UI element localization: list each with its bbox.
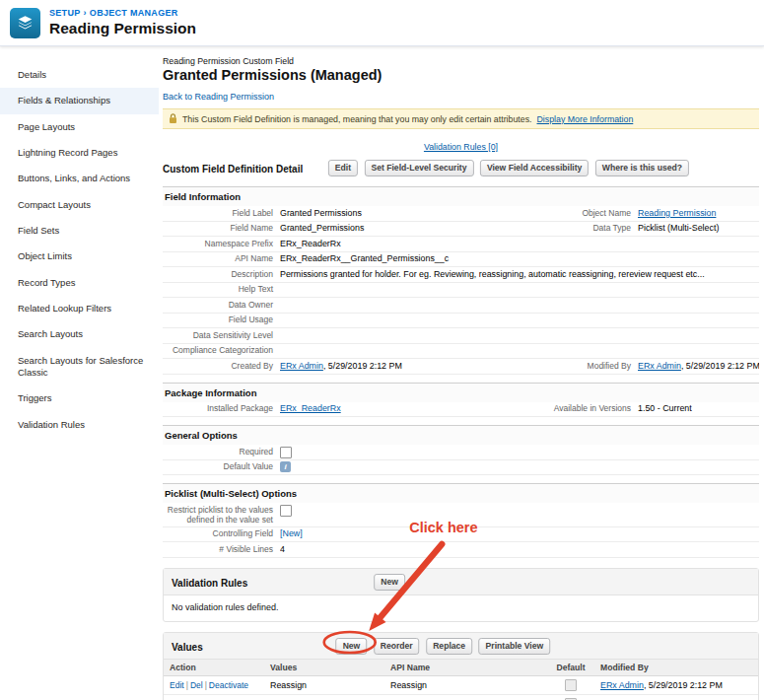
field-value: ERx Admin, 5/29/2019 2:12 PM <box>280 359 472 375</box>
field-label: Installed Package <box>163 402 280 418</box>
validation-rules-new-button[interactable]: New <box>374 574 405 591</box>
field-label: Required <box>163 445 280 460</box>
modified-by-cell: ERx Admin, 5/29/2019 2:12 PM <box>594 694 758 700</box>
values-table: Action Values API Name Default Modified … <box>164 660 758 700</box>
reorder-button[interactable]: Reorder <box>374 638 420 655</box>
modified-by-cell: ERx Admin, 5/29/2019 2:12 PM <box>594 675 758 694</box>
field-row: Data Sensitivity Level <box>163 328 759 344</box>
sidebar-item-page-layouts[interactable]: Page Layouts <box>0 114 159 140</box>
values-table-header-row: Action Values API Name Default Modified … <box>164 660 758 676</box>
created-by-user-link[interactable]: ERx Admin <box>280 361 323 371</box>
field-row: Description Permissions granted for hold… <box>163 267 759 283</box>
field-row: # Visible Lines 4 <box>163 542 759 558</box>
column-header-action: Action <box>164 660 264 676</box>
field-value: 4 <box>280 542 759 558</box>
breadcrumb-separator: › <box>84 8 87 18</box>
breadcrumb-setup-link[interactable]: SETUP <box>49 8 81 18</box>
validation-rules-header: Validation Rules New <box>164 569 758 595</box>
del-link[interactable]: Del <box>190 680 203 690</box>
object-name-link[interactable]: Reading Permission <box>638 208 716 218</box>
sidebar-item-triggers[interactable]: Triggers <box>0 385 159 411</box>
breadcrumb-object-manager-link[interactable]: OBJECT MANAGER <box>90 8 178 18</box>
sidebar-item-details[interactable]: Details <box>0 62 159 88</box>
sidebar-item-buttons-links-actions[interactable]: Buttons, Links, and Actions <box>0 166 159 191</box>
field-value: 1.50 - Current <box>638 402 759 418</box>
column-header-api-name: API Name <box>384 660 547 676</box>
header-text: SETUP›OBJECT MANAGER Reading Permission <box>49 9 196 37</box>
field-label: Available in Versions <box>472 402 638 418</box>
field-row: Installed Package ERx_ReaderRx Available… <box>163 402 759 418</box>
controlling-field-new-link[interactable]: [New] <box>280 528 303 538</box>
field-row: Compliance Categorization <box>163 344 759 360</box>
value-row: Edit|Del|Deactivate Review Review ERx Ad… <box>164 694 758 700</box>
field-label: Namespace Prefix <box>163 237 280 252</box>
field-label: Created By <box>163 359 280 375</box>
detail-button-group: Edit Set Field-Level Security View Field… <box>327 157 690 176</box>
edit-button[interactable]: Edit <box>328 160 358 176</box>
modified-by-user-link[interactable]: ERx Admin <box>638 361 681 371</box>
field-value: Granted_Permissions <box>280 222 472 238</box>
default-cell <box>547 675 594 694</box>
set-field-level-security-button[interactable]: Set Field-Level Security <box>364 160 473 176</box>
sidebar-item-validation-rules[interactable]: Validation Rules <box>0 412 159 438</box>
field-value: Granted Permissions <box>280 206 472 222</box>
replace-button[interactable]: Replace <box>426 638 472 655</box>
field-row: Field Name Granted_Permissions Data Type… <box>163 222 759 238</box>
field-value: i <box>280 460 759 476</box>
notice-text: This Custom Field Definition is managed,… <box>182 114 532 124</box>
values-buttons: New Click here Reorder Replace Printable… <box>335 635 552 655</box>
sidebar-item-object-limits[interactable]: Object Limits <box>0 244 159 269</box>
managed-notice-banner: This Custom Field Definition is managed,… <box>163 108 759 129</box>
field-value: ERx_ReaderRx <box>280 237 759 252</box>
setup-header: SETUP›OBJECT MANAGER Reading Permission <box>0 0 764 46</box>
info-icon[interactable]: i <box>280 461 291 472</box>
edit-link[interactable]: Edit <box>170 680 184 690</box>
field-row: Created By ERx Admin, 5/29/2019 2:12 PM … <box>163 359 759 375</box>
section-title-picklist-options: Picklist (Multi-Select) Options <box>163 483 759 503</box>
field-value <box>280 503 759 527</box>
values-section: Values New Click here Reorder <box>163 632 759 700</box>
sidebar-item-record-types[interactable]: Record Types <box>0 270 159 296</box>
field-row: Controlling Field [New] <box>163 527 759 543</box>
printable-view-button[interactable]: Printable View <box>479 638 551 655</box>
detail-header: Custom Field Definition Detail Edit Set … <box>163 159 759 178</box>
field-label: Controlling Field <box>163 527 280 543</box>
sidebar-item-lightning-record-pages[interactable]: Lightning Record Pages <box>0 140 159 166</box>
display-more-information-link[interactable]: Display More Information <box>537 114 634 124</box>
sidebar-item-search-layouts-classic[interactable]: Search Layouts for Salesforce Classic <box>0 348 159 386</box>
view-field-accessibility-button[interactable]: View Field Accessibility <box>480 160 589 176</box>
value-cell: Review <box>264 694 384 700</box>
modified-by-user-link[interactable]: ERx Admin <box>600 680 644 690</box>
values-title: Values <box>172 642 203 653</box>
where-is-this-used-button[interactable]: Where is this used? <box>595 160 689 176</box>
sidebar-item-related-lookup-filters[interactable]: Related Lookup Filters <box>0 296 159 321</box>
field-value: ERx_ReaderRx <box>280 402 472 418</box>
field-row: Default Value i <box>163 460 759 476</box>
field-value <box>280 314 759 329</box>
sidebar-item-field-sets[interactable]: Field Sets <box>0 218 159 244</box>
field-label: Restrict picklist to the values defined … <box>163 503 280 527</box>
field-value <box>280 283 759 299</box>
sidebar-item-fields-relationships[interactable]: Fields & Relationships <box>0 88 159 113</box>
field-value <box>280 328 759 344</box>
field-value: ERx Admin, 5/29/2019 2:12 PM <box>638 359 759 375</box>
values-new-button[interactable]: New <box>336 638 368 655</box>
validation-rules-count-link[interactable]: Validation Rules [0] <box>424 142 498 152</box>
validation-rules-section: Validation Rules New No validation rules… <box>163 568 759 622</box>
back-link[interactable]: Back to Reading Permission <box>163 92 274 102</box>
validation-rules-title: Validation Rules <box>172 578 247 589</box>
sidebar-item-compact-layouts[interactable]: Compact Layouts <box>0 192 159 218</box>
deactivate-link[interactable]: Deactivate <box>209 680 248 690</box>
default-cell <box>547 694 594 700</box>
layers-icon <box>16 14 35 33</box>
context-label: Reading Permission Custom Field <box>163 56 759 66</box>
sidebar-item-search-layouts[interactable]: Search Layouts <box>0 321 159 347</box>
field-label: API Name <box>163 252 280 268</box>
field-label: Data Sensitivity Level <box>163 328 280 344</box>
validation-rules-anchor-row: Validation Rules [0] <box>163 136 759 154</box>
field-row: Required <box>163 445 759 460</box>
installed-package-link[interactable]: ERx_ReaderRx <box>280 403 341 413</box>
field-label: # Visible Lines <box>163 542 280 558</box>
setup-logo-icon[interactable] <box>10 8 40 38</box>
api-name-cell: Review <box>384 694 547 700</box>
